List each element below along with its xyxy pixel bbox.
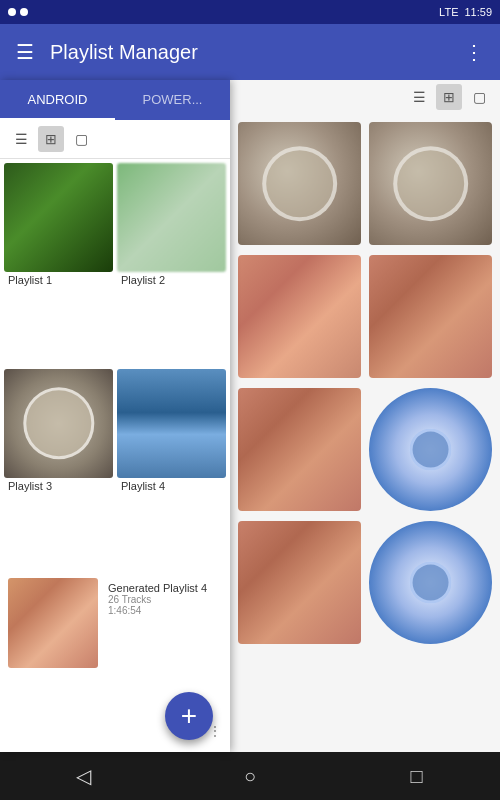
box-view-toggle[interactable]: ▢ [68, 126, 94, 152]
playlist-info: Playlist 4 [117, 478, 226, 496]
app-bar: ☰ Playlist Manager ⋮ [0, 24, 500, 80]
list-item[interactable]: Playlist 4 [117, 369, 226, 571]
tab-power[interactable]: Power... [115, 80, 230, 120]
list-item[interactable] [369, 521, 492, 646]
playlist-info: Generated Playlist 4 26 Tracks 1:46:54 [104, 578, 222, 620]
status-dot-2 [20, 8, 28, 16]
playlist-thumbnail [117, 163, 226, 272]
right-thumbnail [238, 255, 361, 378]
grid-view-toggle[interactable]: ⊞ [38, 126, 64, 152]
nav-back-button[interactable]: ◁ [59, 752, 107, 800]
playlist-name: Playlist 3 [8, 480, 109, 492]
status-bar-left [8, 8, 28, 16]
right-thumbnail [369, 122, 492, 245]
signal-label: LTE [439, 6, 458, 18]
app-title: Playlist Manager [50, 41, 448, 64]
nav-recent-button[interactable]: □ [393, 752, 441, 800]
status-bar: LTE 11:59 [0, 0, 500, 24]
tab-bar: Android Power... [0, 80, 230, 120]
playlist-info: Playlist 2 [117, 272, 226, 290]
playlist-info: Playlist 3 [4, 478, 113, 496]
playlist-name: Playlist 1 [8, 274, 109, 286]
right-box-view-toggle[interactable]: ▢ [466, 84, 492, 110]
list-item[interactable] [369, 388, 492, 513]
more-options-icon[interactable]: ⋮ [464, 40, 484, 64]
nav-home-button[interactable]: ○ [226, 752, 274, 800]
list-item[interactable] [238, 388, 361, 513]
playlist-duration: 1:46:54 [108, 605, 218, 616]
hamburger-icon[interactable]: ☰ [16, 40, 34, 64]
nav-bar: ◁ ○ □ [0, 752, 500, 800]
list-item[interactable] [369, 122, 492, 247]
fab-add-button[interactable]: + [165, 692, 213, 740]
right-playlist-grid [230, 118, 500, 650]
playlist-grid: Playlist 1 Playlist 2 Playlist 3 [0, 159, 230, 751]
playlist-thumbnail [117, 369, 226, 478]
right-thumbnail [238, 388, 361, 511]
right-thumbnail [369, 388, 492, 511]
playlist-name: Generated Playlist 4 [108, 582, 218, 594]
playlist-thumbnail [4, 163, 113, 272]
main-content: Android Power... ☰ ⊞ ▢ Playlist 1 Playli… [0, 80, 500, 752]
status-bar-right: LTE 11:59 [439, 6, 492, 18]
right-view-toggles: ☰ ⊞ ▢ [230, 80, 500, 118]
list-view-toggle[interactable]: ☰ [8, 126, 34, 152]
list-item[interactable] [238, 255, 361, 380]
right-grid-view-toggle[interactable]: ⊞ [436, 84, 462, 110]
right-thumbnail [369, 521, 492, 644]
playlist-thumbnail [8, 578, 98, 668]
playlist-name: Playlist 4 [121, 480, 222, 492]
right-thumbnail [369, 255, 492, 378]
list-item[interactable]: Playlist 3 [4, 369, 113, 571]
list-item[interactable] [369, 255, 492, 380]
right-panel: ☰ ⊞ ▢ [230, 80, 500, 752]
time-display: 11:59 [464, 6, 492, 18]
right-thumbnail [238, 521, 361, 644]
list-item[interactable]: Playlist 1 [4, 163, 113, 365]
playlist-info: Playlist 1 [4, 272, 113, 290]
view-toggles: ☰ ⊞ ▢ [0, 120, 230, 159]
list-item[interactable] [238, 122, 361, 247]
playlist-thumbnail [4, 369, 113, 478]
left-panel: Android Power... ☰ ⊞ ▢ Playlist 1 Playli… [0, 80, 230, 752]
list-item[interactable]: Playlist 2 [117, 163, 226, 365]
list-item[interactable] [238, 521, 361, 646]
right-thumbnail [238, 122, 361, 245]
right-list-view-toggle[interactable]: ☰ [406, 84, 432, 110]
tab-android[interactable]: Android [0, 80, 115, 120]
playlist-tracks: 26 Tracks [108, 594, 218, 605]
playlist-name: Playlist 2 [121, 274, 222, 286]
status-dot-1 [8, 8, 16, 16]
